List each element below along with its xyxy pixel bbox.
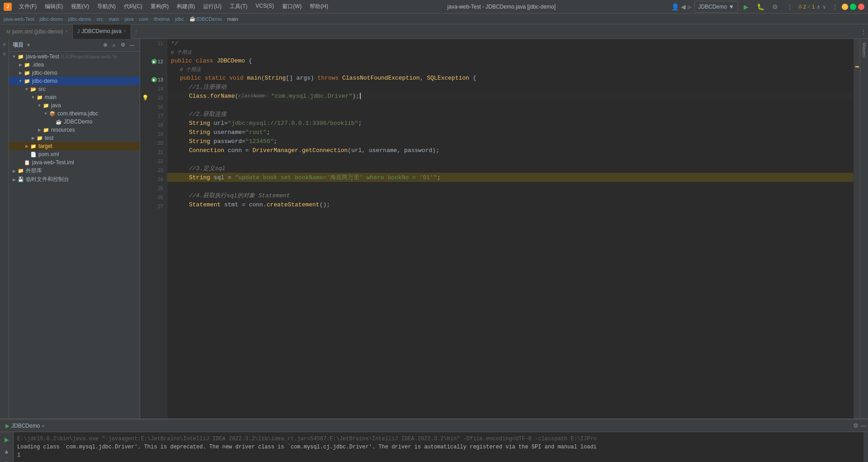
run-config-selector[interactable]: JDBCDemo ▼ [694,1,738,13]
run-header-controls: ⚙ — [853,422,866,429]
run-scroll-up[interactable]: ▲ [1,446,12,457]
maximize-button[interactable]: □ [850,4,856,10]
tree-item-scratch[interactable]: ▶ 💾 临时文件和控制台 [9,175,140,184]
gutter-23: 23 [140,166,167,175]
run-with-coverage[interactable]: ⚙ [769,0,782,13]
pom-icon: M [6,29,10,34]
run-marker-13[interactable]: ▶ [151,77,157,82]
bc-com[interactable]: com [139,16,148,22]
menu-refactor[interactable]: 重构(R) [147,2,173,11]
code-line-14: //1.注册驱动 [167,82,854,91]
tree-item-external[interactable]: ▶ 📁 外部库 [9,167,140,175]
tree-item-pom[interactable]: 📄 pom.xml [9,150,140,158]
menu-run[interactable]: 运行(U) [199,2,225,11]
menu-navigate[interactable]: 导航(N) [94,2,119,11]
run-output-result: 1 [17,451,860,459]
tree-item-root[interactable]: ▼ 📁 java-web-Test E:\IJProjects\java-web… [9,52,140,61]
pom-tab-close[interactable]: × [65,29,68,34]
bc-java[interactable]: java [124,16,133,22]
root-label: java-web-Test [26,53,59,60]
back-icon[interactable]: ◀ [681,3,686,10]
close-button[interactable]: × [858,4,864,10]
tree-item-test[interactable]: ▶ 📁 test [9,134,140,142]
sort-icon[interactable]: ≡ [110,41,118,49]
menu-edit[interactable]: 编辑(E) [41,2,66,11]
expand-icon[interactable]: ∧ [816,4,821,10]
tree-item-jdbc2[interactable]: ▼ 📁 jdbc-demo [9,77,140,85]
run-hide-icon[interactable]: — [860,422,866,429]
right-side-panel: Maven [860,39,868,419]
code-area[interactable]: */ 0 个用法 public class JDBCDemo { 0 [167,39,854,419]
line-gutter: 11 ▶ 12 ▶ 13 14 💡 15 16 17 18 [140,39,167,419]
tree-item-idea[interactable]: ▶ 📁 .idea [9,61,140,69]
more-run-options[interactable]: ⋮ [783,0,796,13]
menu-window[interactable]: 窗口(W) [278,2,305,11]
menu-help[interactable]: 帮助(H) [306,2,332,11]
scratch-label: 临时文件和控制台 [26,176,69,183]
project-dropdown-icon[interactable]: ▼ [26,43,31,48]
editor-content[interactable]: 11 ▶ 12 ▶ 13 14 💡 15 16 17 18 [140,39,860,419]
run-marker-12[interactable]: ▶ [151,59,157,64]
tree-item-class[interactable]: ☕ JDBCDemo [9,118,140,126]
project-tree: ▼ 📁 java-web-Test E:\IJProjects\java-web… [9,52,140,419]
bc-project[interactable]: java-web-Test [4,16,34,22]
tree-item-iml[interactable]: 📋 java-web-Test.iml [9,158,140,167]
left-icon-2[interactable]: S [0,50,9,58]
menu-view[interactable]: 视图(V) [67,2,93,11]
tab-pom[interactable]: M pom.xml (jdbc-demo) × [2,24,73,39]
menu-tools[interactable]: 工具(T) [226,2,251,11]
run-output-empty [17,459,860,462]
bc-module2[interactable]: jdbc-demo [68,16,91,22]
menu-code[interactable]: 代码(C) [120,2,146,11]
menu-file[interactable]: 文件(F) [15,2,40,11]
minimize-button[interactable]: — [842,4,848,10]
bc-jdbc[interactable]: jdbc [175,16,184,22]
tree-item-jdbc1[interactable]: ▶ 📁 jdbc-demo [9,69,140,77]
run-restart-button[interactable]: ▶ [1,434,12,445]
run-button[interactable]: ▶ [740,0,753,13]
folder-icon-idea: 📁 [24,61,31,68]
project-title: 项目 [13,41,24,49]
code-line-24: String sql = "update book set bookName='… [167,173,854,182]
bc-module1[interactable]: jdbc-demo [40,16,63,22]
run-output-scrollbar[interactable] [863,432,868,462]
more-options-icon[interactable]: ⋮ [832,3,838,10]
tree-item-pkg[interactable]: ▼ 📦 com.itheima.jdbc [9,110,140,118]
debug-button[interactable]: 🐛 [755,0,767,13]
maven-panel-label[interactable]: Maven [861,41,868,59]
forward-icon[interactable]: ▶ [688,3,693,10]
menu-vcs[interactable]: VCS(S) [252,2,278,11]
java-tab-close[interactable]: × [123,29,126,33]
tab-jdbcdemo[interactable]: J JDBCDemo.java × [73,24,131,39]
run-scroll-down[interactable]: ▼ [1,457,12,462]
pom-xml-icon: 📄 [30,151,37,158]
bc-class[interactable]: JDBCDemo [196,16,222,22]
warnings-indicator[interactable]: ⚠ 2 ✓ 1 [798,4,815,10]
run-content: ▶ ▲ ▼ ■ ↵ 📷 🖨 📌 🗑 E:\jdk15.0.2\bin\java.… [0,432,868,462]
left-icon-1[interactable]: P [0,41,9,49]
tree-item-resources[interactable]: ▶ 📁 resources [9,126,140,134]
tree-item-src[interactable]: ▼ 📂 src [9,85,140,93]
collapse-icon[interactable]: ∨ [822,4,826,10]
panel-hide-icon[interactable]: — [128,41,136,49]
bc-src[interactable]: src [97,16,104,22]
src-label: src [38,86,46,92]
arrow-external: ▶ [11,169,17,173]
run-tab-close[interactable]: × [42,423,44,429]
settings-icon[interactable]: ⚙ [119,41,127,49]
tree-item-java-dir[interactable]: ▼ 📁 java [9,101,140,110]
tabs-more-button[interactable]: ⋮ [133,28,139,35]
bc-itheima[interactable]: itheima [154,16,170,22]
arrow-src: ▼ [24,87,30,91]
tree-item-main[interactable]: ▼ 📁 main [9,93,140,101]
recent-files-icon[interactable]: ⋮ [861,29,866,35]
code-line-11: */ [167,39,854,48]
account-icon[interactable]: 👤 [671,3,679,10]
menu-build[interactable]: 构建(B) [173,2,198,11]
app-icon: J [4,3,12,11]
run-settings-icon[interactable]: ⚙ [853,422,859,429]
tree-item-target[interactable]: ▶ 📁 target [9,142,140,150]
bc-main[interactable]: main [108,16,119,22]
run-tab-jdbcdemo[interactable]: ▶ JDBCDemo × [2,422,48,430]
locate-icon[interactable]: ⊕ [101,41,109,49]
